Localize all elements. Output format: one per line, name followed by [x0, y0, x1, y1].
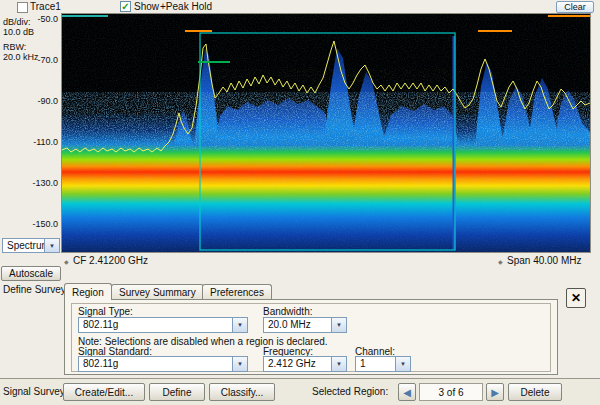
center-frequency-readout: CF 2.41200 GHz — [73, 255, 148, 266]
autoscale-button[interactable]: Autoscale — [1, 266, 61, 281]
bandwidth-select[interactable]: 20.0 MHz ▼ — [263, 317, 347, 333]
tab-survey-summary[interactable]: Survey Summary — [111, 284, 204, 299]
signal-survey-title: Signal Survey — [3, 386, 65, 397]
tab-region[interactable]: Region — [64, 283, 112, 300]
signal-type-select[interactable]: 802.11g ▼ — [78, 317, 248, 333]
define-survey-title: Define Survey — [3, 284, 66, 295]
chevron-down-icon: ▼ — [232, 357, 247, 371]
bandwidth-value: 20.0 MHz — [264, 318, 331, 332]
trace-swatch-icon — [17, 2, 28, 13]
chevron-down-icon: ▼ — [331, 357, 346, 371]
y-tick: -70.0 — [34, 55, 58, 65]
selected-region-label: Selected Region: — [312, 386, 388, 397]
delete-button[interactable]: Delete — [508, 383, 562, 401]
show-checkbox[interactable]: ✓ — [120, 1, 131, 12]
chevron-down-icon: ▼ — [395, 357, 410, 371]
peak-hold-label: +Peak Hold — [160, 1, 212, 12]
frequency-value: 2.412 GHz — [264, 357, 331, 371]
show-label: Show — [134, 1, 159, 12]
frequency-select[interactable]: 2.412 GHz ▼ — [263, 356, 347, 372]
define-button[interactable]: Define — [149, 383, 205, 401]
y-tick: -50.0 — [34, 14, 58, 24]
y-tick: -90.0 — [34, 96, 58, 106]
trace-label: Trace1 — [30, 1, 61, 12]
y-tick: -150.0 — [30, 219, 58, 229]
rbw-label: RBW: — [3, 42, 26, 52]
db-div-value: 10.0 dB — [3, 27, 34, 37]
span-readout: Span 40.00 MHz — [507, 255, 582, 266]
next-region-icon[interactable]: ▶ — [486, 383, 504, 401]
chevron-down-icon: ▼ — [331, 318, 346, 332]
y-tick: -130.0 — [30, 178, 58, 188]
create-edit-button[interactable]: Create/Edit... — [63, 383, 145, 401]
signal-standard-value: 802.11g — [79, 357, 232, 371]
view-selector-value: Spectrum — [3, 239, 44, 252]
classify-button[interactable]: Classify... — [209, 383, 275, 401]
region-index-readout: 3 of 6 — [419, 383, 483, 401]
signal-standard-select[interactable]: 802.11g ▼ — [78, 356, 248, 372]
check-icon: ✓ — [121, 2, 129, 12]
chevron-down-icon: ▼ — [44, 239, 59, 252]
db-div-label: dB/div: — [3, 17, 31, 27]
spectrogram-canvas — [62, 14, 590, 252]
close-icon[interactable]: ✕ — [566, 288, 586, 308]
view-selector[interactable]: Spectrum ▼ — [2, 238, 60, 253]
tab-preferences[interactable]: Preferences — [202, 284, 272, 299]
signal-type-value: 802.11g — [79, 318, 232, 332]
bandwidth-label: Bandwidth: — [263, 306, 312, 317]
marker-icon: ◆ — [498, 258, 503, 265]
chevron-down-icon: ▼ — [232, 318, 247, 332]
clear-button[interactable]: Clear — [556, 1, 594, 13]
previous-region-icon[interactable]: ◀ — [398, 383, 416, 401]
signal-type-label: Signal Type: — [78, 306, 133, 317]
channel-select[interactable]: 1 ▼ — [355, 356, 411, 372]
marker-icon: ◆ — [64, 258, 69, 265]
spectrum-display[interactable] — [61, 13, 591, 253]
y-tick: -110.0 — [30, 137, 58, 147]
channel-value: 1 — [356, 357, 395, 371]
spectrum-analyzer-app: Trace1 ✓ Show +Peak Hold Clear dB/div: 1… — [0, 0, 600, 405]
